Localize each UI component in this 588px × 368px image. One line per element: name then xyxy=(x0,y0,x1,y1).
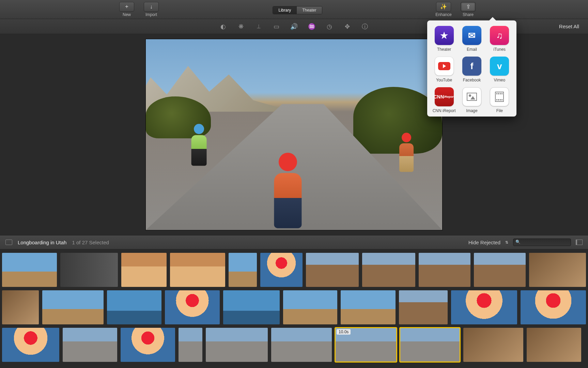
share-facebook-label: Facebook xyxy=(463,78,481,82)
clip-row xyxy=(2,290,586,324)
color-balance-icon[interactable]: ◐ xyxy=(219,22,228,31)
layout-toggle-icon[interactable] xyxy=(576,240,583,245)
clip-thumbnail[interactable] xyxy=(2,253,57,287)
clip-thumbnail[interactable] xyxy=(283,290,338,324)
share-image-icon xyxy=(462,87,481,106)
scene-skater-right xyxy=(394,133,419,172)
clip-thumbnail[interactable] xyxy=(529,253,586,287)
new-button[interactable]: ＋ New xyxy=(116,2,138,17)
clip-thumbnail[interactable] xyxy=(170,253,225,287)
share-theater-icon: ★ xyxy=(435,26,454,45)
share-button[interactable]: ⇪ Share xyxy=(457,2,479,17)
clip-thumbnail[interactable] xyxy=(42,290,104,324)
event-header: Longboarding in Utah 1 of 27 Selected Hi… xyxy=(0,235,588,249)
search-input[interactable] xyxy=(513,239,571,246)
clip-thumbnail[interactable] xyxy=(179,328,202,362)
share-youtube[interactable]: YouTube xyxy=(432,57,456,82)
effects-icon[interactable]: ✥ xyxy=(343,22,352,31)
clip-thumbnail[interactable] xyxy=(2,328,59,362)
clip-thumbnail[interactable] xyxy=(451,290,517,324)
clip-thumbnail[interactable]: 10.0s xyxy=(335,328,397,362)
clip-thumbnail[interactable] xyxy=(400,328,460,362)
clip-thumbnail[interactable] xyxy=(121,253,167,287)
chevron-updown-icon: ⇅ xyxy=(505,240,508,245)
share-vimeo-icon: v xyxy=(490,57,509,76)
clip-thumbnail[interactable] xyxy=(107,290,161,324)
share-file-icon xyxy=(490,87,509,106)
share-email-icon: ✉ xyxy=(462,26,481,45)
share-popover: ★Theater✉Email♫iTunesYouTubefFacebookvVi… xyxy=(427,20,516,117)
clip-thumbnail[interactable] xyxy=(121,328,175,362)
clip-browser[interactable]: 10.0s xyxy=(0,249,588,368)
clip-thumbnail[interactable] xyxy=(271,328,332,362)
enhance-button-label: Enhance xyxy=(435,12,451,17)
clip-thumbnail[interactable] xyxy=(63,328,117,362)
clip-row: 10.0s xyxy=(2,328,586,362)
clip-thumbnail[interactable] xyxy=(362,253,415,287)
equalizer-icon[interactable]: ♒ xyxy=(307,22,316,31)
share-theater[interactable]: ★Theater xyxy=(432,26,456,52)
filter-dropdown[interactable]: Hide Rejected xyxy=(468,240,500,245)
clip-thumbnail[interactable] xyxy=(341,290,396,324)
reset-all-button[interactable]: Reset All xyxy=(559,24,579,29)
share-itunes-label: iTunes xyxy=(494,47,506,52)
favorite-filter-icon[interactable] xyxy=(5,240,12,245)
volume-icon[interactable]: 🔊 xyxy=(290,22,298,31)
clip-thumbnail[interactable] xyxy=(206,328,268,362)
clip-thumbnail[interactable] xyxy=(419,253,470,287)
clip-thumbnail[interactable] xyxy=(60,253,118,287)
clip-thumbnail[interactable] xyxy=(2,290,39,324)
speed-icon[interactable]: ◷ xyxy=(325,22,334,31)
main-toolbar: ＋ New ↓ Import Library Theater ✨ Enhance… xyxy=(0,0,588,19)
clip-thumbnail[interactable] xyxy=(399,290,447,324)
filter-icon[interactable]: ❋ xyxy=(236,22,245,31)
clip-thumbnail[interactable] xyxy=(463,328,523,362)
selection-count: 1 of 27 Selected xyxy=(72,240,109,245)
share-itunes-icon: ♫ xyxy=(490,26,509,45)
tab-library[interactable]: Library xyxy=(273,6,297,14)
import-button-label: Import xyxy=(145,12,157,17)
share-youtube-label: YouTube xyxy=(436,78,452,82)
crop-icon[interactable]: ⟂ xyxy=(254,22,263,31)
plus-icon: ＋ xyxy=(124,3,129,10)
clip-thumbnail[interactable] xyxy=(229,253,257,287)
share-image-label: Image xyxy=(466,108,477,113)
scene-skater-main xyxy=(264,153,312,228)
clip-row xyxy=(2,253,586,287)
event-title: Longboarding in Utah xyxy=(18,240,66,245)
share-file-label: File xyxy=(496,108,503,113)
clip-thumbnail[interactable] xyxy=(474,253,526,287)
wand-icon: ✨ xyxy=(440,3,447,10)
clip-thumbnail[interactable] xyxy=(260,253,302,287)
clip-thumbnail[interactable] xyxy=(165,290,220,324)
info-icon[interactable]: ⓘ xyxy=(360,22,369,31)
clip-thumbnail[interactable] xyxy=(527,328,581,362)
enhance-button[interactable]: ✨ Enhance xyxy=(433,2,454,17)
tab-theater[interactable]: Theater xyxy=(297,6,322,14)
scene-skater-left xyxy=(186,124,212,166)
share-email[interactable]: ✉Email xyxy=(460,26,484,52)
share-button-label: Share xyxy=(463,12,474,17)
view-segmented: Library Theater xyxy=(273,6,322,14)
share-facebook-icon: f xyxy=(462,57,481,76)
share-itunes[interactable]: ♫iTunes xyxy=(488,26,512,52)
new-button-label: New xyxy=(123,12,131,17)
share-facebook[interactable]: fFacebook xyxy=(460,57,484,82)
share-cnn-ireport-label: CNN iReport xyxy=(433,108,456,113)
share-cnn-ireport[interactable]: CNNiReportCNN iReport xyxy=(432,87,456,113)
clip-duration-badge: 10.0s xyxy=(337,329,351,335)
clip-thumbnail[interactable] xyxy=(521,290,586,324)
download-icon: ↓ xyxy=(150,4,153,10)
share-file[interactable]: File xyxy=(488,87,512,113)
clip-thumbnail[interactable] xyxy=(306,253,359,287)
share-cnn-ireport-icon: CNNiReport xyxy=(435,87,454,106)
stabilize-icon[interactable]: ▭ xyxy=(272,22,281,31)
clip-thumbnail[interactable] xyxy=(223,290,279,324)
share-image[interactable]: Image xyxy=(460,87,484,113)
share-youtube-icon xyxy=(435,57,454,76)
share-vimeo[interactable]: vVimeo xyxy=(488,57,512,82)
share-theater-label: Theater xyxy=(437,47,451,52)
import-button[interactable]: ↓ Import xyxy=(140,2,162,17)
preview-canvas[interactable] xyxy=(146,39,442,230)
share-email-label: Email xyxy=(467,47,477,52)
